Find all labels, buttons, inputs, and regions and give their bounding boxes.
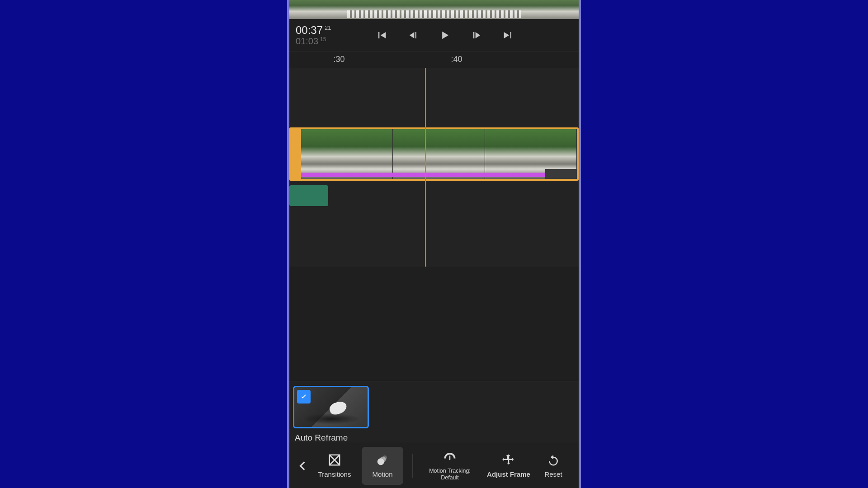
transitions-icon [328,453,341,469]
adjust-frame-tool[interactable]: Adjust Frame [484,447,533,485]
motion-label: Motion [372,470,392,478]
playhead[interactable] [425,68,426,267]
transport-bar: 00:3721 01:0315 [289,19,579,52]
motion-tracking-tool[interactable]: Motion Tracking: Default [422,447,477,485]
auto-reframe-label: Auto Reframe [293,433,575,443]
frame-back-button[interactable] [406,28,420,42]
transport-controls [336,28,572,42]
total-time-value: 01:03 [296,36,318,46]
time-display: 00:3721 01:0315 [296,24,331,46]
total-frames: 15 [320,36,326,42]
clip-thumbnail [301,129,393,179]
options-panel: Auto Reframe [289,381,579,443]
bottom-toolbar: Transitions Motion Motion Tracking: Defa… [289,443,579,488]
skip-end-button[interactable] [501,28,515,42]
ruler-tick: :30 [333,55,344,64]
checkbox-checked-icon[interactable] [297,390,311,404]
undo-icon [547,453,560,469]
skip-start-button[interactable] [374,28,389,42]
tools-scroll[interactable]: Transitions Motion Motion Tracking: Defa… [314,447,576,485]
reset-label: Reset [544,470,562,478]
auto-reframe-option[interactable] [293,386,369,428]
timeline[interactable] [289,68,579,267]
frame-forward-button[interactable] [469,28,484,42]
clip-gap [545,169,577,179]
ruler-tick: :40 [451,55,462,64]
adjust-frame-label: Adjust Frame [487,470,530,478]
move-icon [502,453,515,469]
back-button[interactable] [292,450,314,482]
reset-tool[interactable]: Reset [540,447,567,485]
clip-thumbnail [393,129,485,179]
transitions-label: Transitions [318,470,351,478]
effect-indicator [301,173,545,177]
current-time-value: 00:37 [296,24,323,36]
toolbar-divider [412,454,413,478]
motion-icon [376,453,389,469]
video-track [289,127,579,181]
audio-clip[interactable] [289,185,328,206]
video-preview[interactable] [289,0,579,19]
app-window: 00:3721 01:0315 :30 :40 [287,0,581,488]
clip-thumbnails [301,129,577,179]
motion-tracking-label: Motion Tracking: Default [425,468,475,481]
play-button[interactable] [438,28,452,42]
timeline-ruler[interactable]: :30 :40 [289,52,579,67]
current-frames: 21 [325,24,331,31]
video-clip[interactable] [289,127,579,181]
motion-tool[interactable]: Motion [362,447,403,485]
total-time: 01:0315 [296,36,331,46]
current-time: 00:3721 [296,24,331,36]
transitions-tool[interactable]: Transitions [314,447,355,485]
gauge-icon [443,450,457,466]
svg-point-2 [382,455,387,460]
svg-rect-3 [449,455,451,460]
